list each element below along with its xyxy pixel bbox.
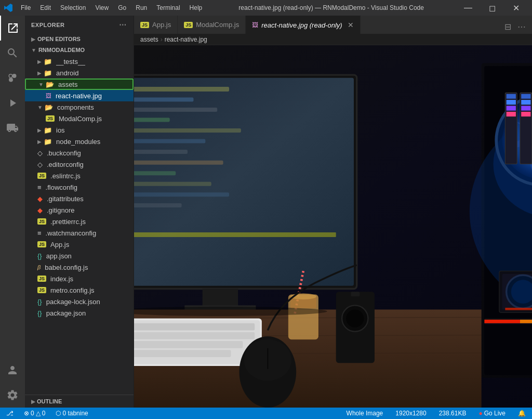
dot-file-icon: ≡ [37, 184, 42, 191]
folder-components[interactable]: ▼ 📂 components [25, 101, 134, 113]
file-watchmanconfig[interactable]: ≡ .watchmanconfig [25, 227, 134, 239]
svg-rect-7 [134, 128, 241, 133]
tabnine-status[interactable]: ⬡ 0 tabnine [54, 410, 90, 417]
activity-run-debug[interactable] [0, 90, 25, 115]
file-gitattributes[interactable]: ◆ .gitattributes [25, 193, 134, 204]
file-metroconfig[interactable]: JS metro.config.js [25, 284, 134, 296]
file-react-native-jpg[interactable]: 🖼 react-native.jpg [25, 90, 134, 101]
image-preview [134, 45, 532, 408]
file-eslintrc[interactable]: JS .eslintrc.js [25, 170, 134, 181]
file-indexjs[interactable]: JS index.js [25, 273, 134, 284]
file-modalcomp[interactable]: JS ModalComp.js [25, 113, 134, 124]
menu-file[interactable]: File [17, 2, 35, 14]
file-tree: ▶ OPEN EDITORS ▼ RNMODALDEMO ▶ 📁 __tests… [25, 34, 134, 395]
open-editors-section[interactable]: ▶ OPEN EDITORS [25, 34, 134, 44]
project-name: RNMODALDEMO [38, 47, 85, 53]
menu-view[interactable]: View [91, 2, 113, 14]
tab-js-icon: JS [140, 22, 149, 28]
editorconfig-label: .editorconfig [47, 161, 84, 168]
tab-modalcomp[interactable]: JS ModalComp.js [178, 16, 246, 34]
svg-rect-30 [507, 100, 516, 104]
activity-extensions[interactable] [0, 115, 25, 140]
file-editorconfig[interactable]: ◇ .editorconfig [25, 159, 134, 170]
file-appjs[interactable]: JS App.js [25, 239, 134, 250]
file-size[interactable]: 238.61KB [437, 410, 469, 417]
notifications-button[interactable]: 🔔 [516, 410, 528, 417]
file-appjson[interactable]: {} app.json [25, 250, 134, 261]
assets-label: assets [58, 81, 78, 88]
minimize-button[interactable]: — [456, 0, 480, 16]
tab-modalcomp-label: ModalComp.js [196, 21, 239, 29]
folder-node-modules[interactable]: ▶ 📁 node_modules [25, 136, 134, 147]
new-file-button[interactable]: ⋯ [118, 20, 128, 30]
file-prettierrc[interactable]: JS .prettierrc.js [25, 216, 134, 227]
menu-edit[interactable]: Edit [36, 2, 55, 14]
tab-img-label: react-native.jpg (read-only) [261, 21, 342, 29]
activity-search[interactable] [0, 41, 25, 66]
file-packagelockjson[interactable]: {} package-lock.json [25, 296, 134, 307]
more-actions-button[interactable]: ⋯ [515, 20, 528, 34]
git-icon: ◆ [37, 195, 43, 203]
file-gitignore[interactable]: ◆ .gitignore [25, 204, 134, 216]
packagejson-label: package.json [46, 309, 86, 317]
menu-run[interactable]: Run [131, 2, 151, 14]
svg-rect-62 [134, 350, 231, 357]
menu-selection[interactable]: Selection [56, 2, 90, 14]
activity-explorer[interactable] [0, 16, 25, 41]
js-icon: JS [37, 287, 46, 293]
svg-rect-39 [484, 320, 520, 323]
editor-area: JS App.js JS ModalComp.js 🖼 react-native… [134, 16, 532, 408]
folder-ios[interactable]: ▶ 📁 ios [25, 124, 134, 136]
folder-icon: 📁 [44, 58, 52, 66]
status-bar: ⎇ ⊗ 0 △ 0 ⬡ 0 tabnine Whole Image 1920x1… [0, 408, 532, 419]
activity-source-control[interactable] [0, 66, 25, 90]
svg-rect-9 [134, 150, 188, 154]
folder-icon: 📁 [44, 126, 52, 134]
buckconfig-label: .buckconfig [47, 149, 81, 157]
folder-icon: 📁 [44, 69, 52, 77]
go-live-button[interactable]: ● Go Live [476, 410, 508, 417]
tab-close-button[interactable]: ✕ [348, 21, 354, 29]
appjs-label: App.js [50, 241, 69, 248]
image-dimensions[interactable]: 1920x1280 [393, 410, 428, 417]
tab-bar-right: ⊟ ⋯ [502, 20, 532, 34]
outline-section[interactable]: ▶ OUTLINE [25, 395, 134, 408]
tab-appjs[interactable]: JS App.js [134, 16, 178, 34]
tab-react-native-jpg[interactable]: 🖼 react-native.jpg (read-only) ✕ [246, 16, 360, 34]
breadcrumb-file[interactable]: react-native.jpg [165, 36, 207, 43]
project-root[interactable]: ▼ RNMODALDEMO [25, 44, 134, 56]
svg-rect-4 [134, 98, 193, 102]
sidebar-title: Explorer [31, 22, 65, 28]
node-modules-label: node_modules [56, 138, 100, 146]
json-icon: {} [37, 309, 42, 317]
maximize-button[interactable]: ◻ [480, 0, 504, 16]
svg-rect-8 [134, 139, 205, 143]
file-babelconfig[interactable]: β babel.config.js [25, 261, 134, 273]
gitignore-label: .gitignore [47, 206, 74, 214]
errors-warnings[interactable]: ⊗ 0 △ 0 [22, 410, 47, 417]
js-icon: JS [37, 173, 46, 179]
file-flowconfig[interactable]: ≡ .flowconfig [25, 181, 134, 193]
breadcrumb-assets[interactable]: assets [140, 36, 158, 43]
error-count: 0 [31, 410, 34, 417]
folder-android[interactable]: ▶ 📁 android [25, 67, 134, 78]
file-buckconfig[interactable]: ◇ .buckconfig [25, 147, 134, 159]
folder-tests[interactable]: ▶ 📁 __tests__ [25, 56, 134, 67]
activity-bottom [0, 358, 25, 408]
whole-image-status[interactable]: Whole Image [344, 410, 385, 417]
git-branch-status[interactable]: ⎇ [4, 410, 16, 417]
file-packagejson[interactable]: {} package.json [25, 307, 134, 319]
menu-help[interactable]: Help [185, 2, 207, 14]
menu-terminal[interactable]: Terminal [152, 2, 184, 14]
activity-settings[interactable] [0, 383, 25, 408]
dimensions-value: 1920x1280 [395, 410, 426, 417]
node-modules-chevron: ▶ [37, 139, 42, 145]
split-editor-button[interactable]: ⊟ [502, 20, 513, 34]
folder-assets[interactable]: ▼ 📂 assets [25, 78, 134, 90]
svg-rect-12 [134, 182, 211, 186]
menu-go[interactable]: Go [114, 2, 130, 14]
svg-rect-36 [521, 106, 530, 111]
activity-accounts[interactable] [0, 358, 25, 383]
close-button[interactable]: ✕ [504, 0, 528, 16]
svg-rect-5 [134, 108, 217, 112]
